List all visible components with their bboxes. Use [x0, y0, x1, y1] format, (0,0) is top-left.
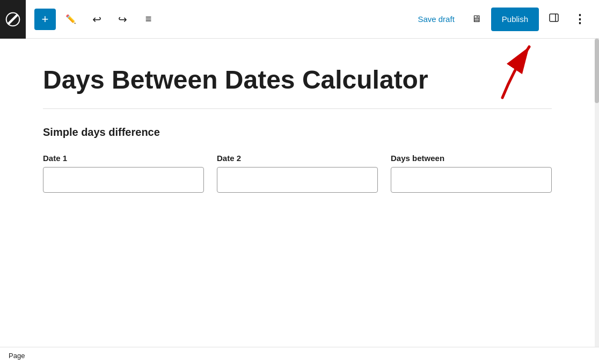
date2-field: Date 2 — [217, 154, 378, 193]
publish-button[interactable]: Publish — [491, 8, 539, 31]
date2-input[interactable] — [217, 167, 378, 193]
form-row: Date 1 Date 2 Days between — [43, 154, 552, 193]
svg-rect-0 — [550, 14, 558, 21]
days-between-label: Days between — [391, 154, 552, 163]
more-options-button[interactable]: ⋮ — [569, 9, 590, 30]
plus-icon: + — [42, 13, 49, 25]
pen-icon: ✏️ — [65, 14, 76, 24]
list-view-button[interactable]: ≡ — [137, 9, 159, 30]
section-heading[interactable]: Simple days difference — [43, 126, 552, 139]
wp-logo — [0, 0, 26, 39]
sidebar-icon — [549, 12, 559, 26]
date1-label: Date 1 — [43, 154, 204, 163]
date1-field: Date 1 — [43, 154, 204, 193]
edit-button[interactable]: ✏️ — [60, 9, 82, 30]
days-between-input[interactable] — [391, 167, 552, 193]
scrollbar-track[interactable] — [595, 39, 599, 347]
toolbar: + ✏️ ↪ ↪ ≡ Save draft 🖥 Publish — [0, 0, 599, 39]
add-block-button[interactable]: + — [34, 9, 56, 30]
sidebar-toggle-button[interactable] — [543, 9, 565, 30]
editor-main: Days Between Dates Calculator Simple day… — [0, 39, 595, 347]
list-icon: ≡ — [145, 13, 151, 25]
save-draft-label: Save draft — [418, 14, 454, 24]
days-between-field: Days between — [391, 154, 552, 193]
page-title[interactable]: Days Between Dates Calculator — [43, 64, 552, 96]
wordpress-icon — [4, 11, 21, 28]
save-draft-button[interactable]: Save draft — [411, 10, 461, 28]
date2-label: Date 2 — [217, 154, 378, 163]
content-area: Days Between Dates Calculator Simple day… — [0, 39, 599, 347]
undo-button[interactable]: ↪ — [86, 9, 107, 30]
preview-button[interactable]: 🖥 — [465, 9, 487, 30]
redo-icon: ↪ — [118, 13, 127, 26]
title-divider — [43, 108, 552, 109]
monitor-icon: 🖥 — [471, 13, 481, 25]
scrollbar-thumb[interactable] — [595, 39, 599, 103]
status-bar: Page — [0, 347, 599, 364]
undo-icon: ↪ — [92, 13, 101, 26]
page-type-label: Page — [9, 352, 25, 360]
publish-label: Publish — [502, 14, 528, 24]
redo-button[interactable]: ↪ — [112, 9, 133, 30]
date1-input[interactable] — [43, 167, 204, 193]
more-icon: ⋮ — [574, 12, 586, 26]
